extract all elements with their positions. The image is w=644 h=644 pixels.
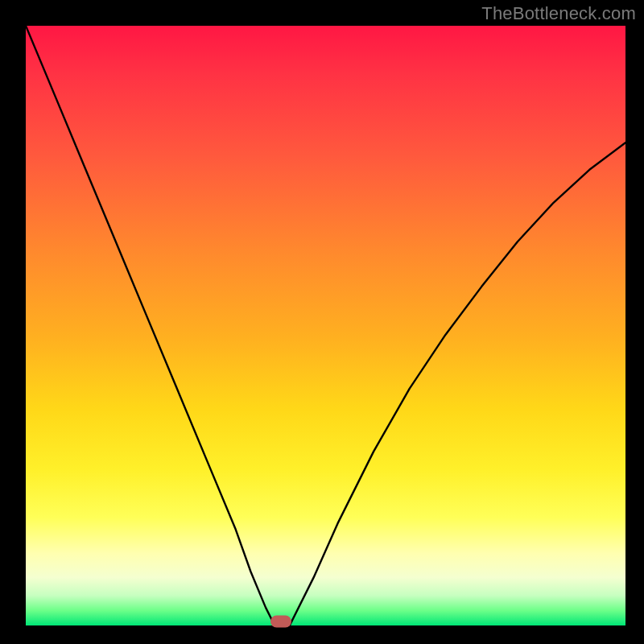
bottleneck-curve (26, 26, 625, 625)
plot-area (26, 26, 625, 625)
watermark-text: TheBottleneck.com (481, 3, 636, 24)
chart-frame: TheBottleneck.com (0, 0, 644, 644)
optimum-marker (270, 615, 291, 627)
